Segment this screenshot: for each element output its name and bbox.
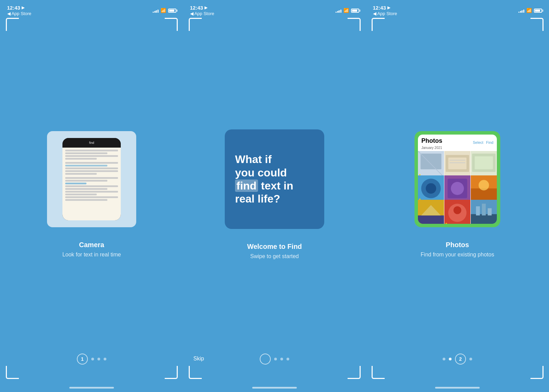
photo-cell: ★ bbox=[418, 200, 444, 224]
screen-subtitle: Swipe to get started bbox=[250, 253, 299, 260]
welcome-line3: find text in bbox=[235, 179, 293, 192]
photo-cell bbox=[471, 175, 497, 201]
corner-tl bbox=[189, 18, 202, 31]
wifi-icon: 📶 bbox=[343, 8, 349, 13]
photo-cell: ★ bbox=[418, 175, 444, 201]
home-bar bbox=[252, 387, 297, 389]
svg-point-25 bbox=[454, 206, 462, 214]
corner-bl bbox=[189, 366, 202, 379]
photos-mockup: Photos Select Find January 2021 bbox=[414, 131, 500, 227]
svg-point-19 bbox=[479, 180, 489, 190]
phone-content: Photos Select Find January 2021 bbox=[366, 18, 549, 392]
photo-cell bbox=[471, 151, 497, 177]
phone-right: 12:43 ▶ ◀ App Store 📶 Photos bbox=[366, 0, 549, 392]
page-dot-3 bbox=[97, 358, 100, 360]
corner-tl bbox=[372, 18, 385, 31]
welcome-text: What if you could find text in real life… bbox=[235, 153, 293, 206]
screen-title: Photos bbox=[446, 241, 469, 249]
corner-tr bbox=[530, 18, 544, 31]
select-button[interactable]: Select bbox=[473, 140, 483, 145]
battery-icon bbox=[168, 9, 176, 13]
corner-tr bbox=[348, 18, 361, 31]
phone-content: find bbox=[0, 18, 183, 392]
page-indicators: 1 bbox=[77, 354, 106, 365]
location-icon: ▶ bbox=[387, 5, 390, 10]
find-highlight: find bbox=[235, 180, 258, 192]
phone-content: What if you could find text in real life… bbox=[183, 18, 366, 392]
page-dot-3: 2 bbox=[455, 354, 466, 365]
signal-icon bbox=[153, 9, 159, 13]
find-button[interactable]: Find bbox=[486, 140, 493, 145]
photo-cell: ★ bbox=[444, 200, 470, 224]
signal-icon bbox=[336, 9, 341, 13]
page-indicators bbox=[260, 354, 289, 365]
svg-rect-30 bbox=[488, 208, 491, 216]
skip-button[interactable]: Skip bbox=[194, 356, 204, 362]
screen-title: Camera bbox=[79, 241, 104, 249]
corner-bl bbox=[372, 366, 385, 379]
welcome-line1: What if bbox=[235, 153, 293, 166]
book-pages bbox=[62, 148, 121, 220]
page-dot-2 bbox=[274, 358, 277, 360]
star-icon: ★ bbox=[419, 222, 421, 224]
status-left: 12:43 ▶ ◀ App Store bbox=[7, 5, 32, 16]
photo-cell bbox=[444, 175, 470, 201]
home-bar bbox=[69, 387, 114, 389]
status-left: 12:43 ▶ ◀ App Store bbox=[373, 5, 397, 16]
page-dot-3 bbox=[280, 358, 283, 360]
svg-rect-10 bbox=[475, 156, 493, 169]
corner-br bbox=[165, 366, 178, 379]
status-time: 12:43 ▶ bbox=[373, 5, 397, 11]
status-icons: 📶 bbox=[336, 8, 359, 13]
home-bar bbox=[435, 387, 480, 389]
corner-br bbox=[530, 366, 544, 379]
status-icons: 📶 bbox=[518, 8, 542, 13]
page-dot-1 bbox=[260, 354, 271, 365]
phone-middle: 12:43 ▶ ◀ App Store 📶 What if you bbox=[183, 0, 366, 392]
page-dot-4 bbox=[104, 358, 106, 360]
page-dot-4 bbox=[469, 358, 472, 360]
svg-rect-1 bbox=[421, 154, 442, 170]
phone-top-bar: find bbox=[62, 138, 121, 148]
page-indicators: 2 bbox=[443, 354, 472, 365]
status-time: 12:43 ▶ bbox=[190, 5, 214, 11]
page-dot-1 bbox=[443, 358, 445, 360]
battery-icon bbox=[534, 9, 542, 13]
page-dot-2 bbox=[91, 358, 94, 360]
status-bar: 12:43 ▶ ◀ App Store 📶 bbox=[0, 0, 183, 18]
wifi-icon: 📶 bbox=[526, 8, 532, 13]
photo-bg bbox=[418, 151, 444, 177]
status-left: 12:43 ▶ ◀ App Store bbox=[190, 5, 214, 16]
corner-br bbox=[348, 366, 361, 379]
location-icon: ▶ bbox=[22, 5, 24, 10]
phone-left: 12:43 ▶ ◀ App Store 📶 find bbox=[0, 0, 183, 392]
svg-rect-28 bbox=[476, 206, 480, 216]
photo-cell: ★ bbox=[418, 151, 444, 177]
svg-rect-21 bbox=[418, 216, 444, 224]
book-phone: find bbox=[62, 138, 121, 220]
welcome-line2: you could bbox=[235, 166, 293, 179]
status-time: 12:43 ▶ bbox=[7, 5, 32, 11]
back-button[interactable]: ◀ App Store bbox=[190, 11, 214, 16]
svg-point-16 bbox=[451, 182, 464, 195]
corner-tr bbox=[165, 18, 178, 31]
status-bar: 12:43 ▶ ◀ App Store 📶 bbox=[366, 0, 549, 18]
corner-tl bbox=[6, 18, 19, 31]
status-bar: 12:43 ▶ ◀ App Store 📶 bbox=[183, 0, 366, 18]
photos-app-title: Photos bbox=[421, 137, 442, 145]
photos-grid: ★ bbox=[418, 151, 497, 224]
photos-actions: Select Find bbox=[473, 140, 493, 145]
back-button[interactable]: ◀ App Store bbox=[7, 11, 32, 16]
welcome-card: What if you could find text in real life… bbox=[225, 129, 324, 229]
page-dot-1: 1 bbox=[77, 354, 88, 365]
signal-icon bbox=[518, 9, 524, 13]
screen-subtitle: Look for text in real time bbox=[62, 252, 121, 258]
screen-subtitle: Find from your existing photos bbox=[421, 252, 494, 258]
page-dot-4 bbox=[287, 358, 289, 360]
star-icon: ★ bbox=[445, 222, 447, 224]
location-icon: ▶ bbox=[205, 5, 207, 10]
photo-bg bbox=[444, 151, 470, 177]
back-button[interactable]: ◀ App Store bbox=[373, 11, 397, 16]
photo-cell bbox=[444, 151, 470, 177]
svg-rect-27 bbox=[471, 214, 497, 224]
